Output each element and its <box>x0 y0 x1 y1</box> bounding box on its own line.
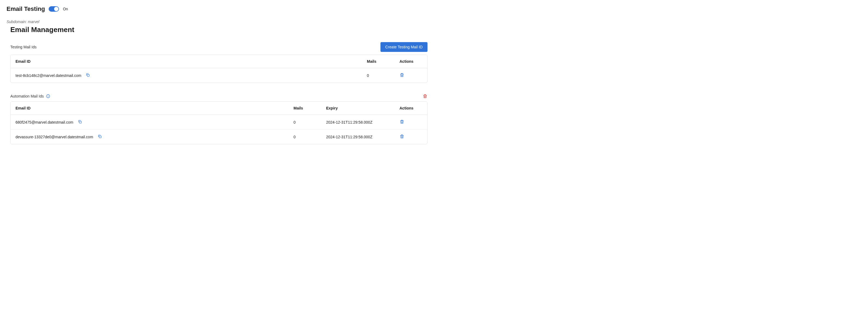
table-row: test-8cb148c2@marvel.datestmail.com 0 <box>10 68 427 83</box>
trash-icon <box>400 134 404 140</box>
page-header: Email Testing On <box>6 5 428 12</box>
col-actions: Actions <box>395 102 427 115</box>
delete-email-button[interactable] <box>400 72 404 78</box>
automation-mail-table: Email ID Mails Expiry Actions 680f2475@m… <box>10 101 428 144</box>
col-email: Email ID <box>10 55 362 68</box>
copy-email-button[interactable] <box>98 134 102 139</box>
copy-email-button[interactable] <box>86 73 90 78</box>
email-id-text: test-8cb148c2@marvel.datestmail.com <box>16 73 81 78</box>
subdomain-text: Subdomain: marvel <box>6 20 428 24</box>
automation-section-header: Automation Mail Ids <box>10 94 428 99</box>
toggle-state-label: On <box>63 7 68 11</box>
feature-title: Email Testing <box>6 5 45 12</box>
table-header-row: Email ID Mails Expiry Actions <box>10 102 427 115</box>
testing-mail-table: Email ID Mails Actions test-8cb148c2@mar… <box>10 55 428 83</box>
trash-icon <box>423 94 428 99</box>
col-mails: Mails <box>362 55 395 68</box>
email-testing-toggle[interactable] <box>49 6 59 12</box>
table-row: devassure-13327de0@marvel.datestmail.com… <box>10 129 427 144</box>
trash-icon <box>400 119 404 125</box>
col-expiry: Expiry <box>321 102 395 115</box>
page-title: Email Management <box>10 26 428 34</box>
mails-count: 0 <box>362 68 395 83</box>
create-testing-mail-id-button[interactable]: Create Testing Mail ID <box>380 42 428 52</box>
col-actions: Actions <box>395 55 427 68</box>
expiry-value: 2024-12-31T11:29:58.000Z <box>321 115 395 129</box>
testing-section-header: Testing Mail Ids Create Testing Mail ID <box>10 42 428 52</box>
copy-icon <box>78 120 82 125</box>
expiry-value: 2024-12-31T11:29:58.000Z <box>321 129 395 144</box>
table-row: 680f2475@marvel.datestmail.com 0 2024-12… <box>10 115 427 129</box>
copy-icon <box>86 73 90 78</box>
mails-count: 0 <box>289 115 321 129</box>
col-email: Email ID <box>10 102 289 115</box>
email-id-text: 680f2475@marvel.datestmail.com <box>16 120 73 124</box>
mails-count: 0 <box>289 129 321 144</box>
info-icon[interactable] <box>46 94 50 98</box>
delete-email-button[interactable] <box>400 119 404 125</box>
copy-email-button[interactable] <box>78 120 82 125</box>
automation-section-title: Automation Mail Ids <box>10 94 44 98</box>
delete-email-button[interactable] <box>400 134 404 140</box>
delete-all-automation-button[interactable] <box>423 94 428 99</box>
email-id-text: devassure-13327de0@marvel.datestmail.com <box>16 135 93 139</box>
copy-icon <box>98 134 102 139</box>
col-mails: Mails <box>289 102 321 115</box>
table-header-row: Email ID Mails Actions <box>10 55 427 68</box>
trash-icon <box>400 72 404 78</box>
testing-section-title: Testing Mail Ids <box>10 45 36 49</box>
